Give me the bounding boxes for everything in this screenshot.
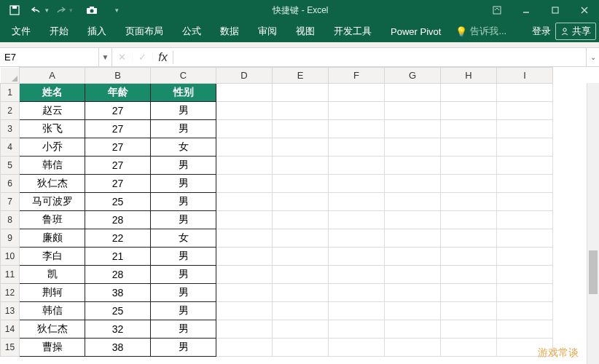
row-header[interactable]: 9 xyxy=(1,229,20,248)
cell[interactable] xyxy=(441,302,497,320)
cell[interactable]: 男 xyxy=(151,120,216,138)
cell[interactable]: 27 xyxy=(85,138,151,157)
row-header[interactable]: 14 xyxy=(1,320,20,339)
cell[interactable] xyxy=(216,229,273,248)
tab-insert[interactable]: 插入 xyxy=(79,21,115,41)
formula-enter-icon[interactable]: ✓ xyxy=(133,52,153,63)
tab-home[interactable]: 开始 xyxy=(41,21,77,41)
cell[interactable]: 狄仁杰 xyxy=(20,320,85,339)
column-header[interactable]: I xyxy=(497,68,553,84)
cell[interactable] xyxy=(329,211,385,229)
cell[interactable] xyxy=(497,193,553,211)
cell[interactable] xyxy=(329,157,385,175)
cell[interactable] xyxy=(385,320,441,339)
cell[interactable]: 27 xyxy=(85,120,151,138)
cell[interactable] xyxy=(497,157,553,175)
undo-dropdown-icon[interactable]: ▾ xyxy=(45,7,49,14)
column-header[interactable]: G xyxy=(385,68,441,84)
formula-bar-input[interactable] xyxy=(173,48,586,66)
cell[interactable] xyxy=(441,84,497,102)
cell[interactable] xyxy=(216,248,273,266)
cell[interactable]: 性别 xyxy=(151,84,216,102)
ribbon-options-icon[interactable] xyxy=(482,0,512,20)
vertical-scrollbar[interactable] xyxy=(587,83,599,364)
cell[interactable] xyxy=(385,339,441,357)
cell[interactable] xyxy=(273,266,329,284)
cell[interactable] xyxy=(497,248,553,266)
cell[interactable] xyxy=(216,211,273,229)
cell[interactable] xyxy=(497,211,553,229)
tab-file[interactable]: 文件 xyxy=(3,21,39,41)
cell[interactable] xyxy=(441,339,497,357)
column-header[interactable]: A xyxy=(20,68,85,84)
cell[interactable] xyxy=(273,120,329,138)
cell[interactable] xyxy=(385,157,441,175)
cell[interactable] xyxy=(216,120,273,138)
row-header[interactable]: 4 xyxy=(1,138,20,157)
cell[interactable] xyxy=(216,138,273,157)
column-header[interactable]: E xyxy=(273,68,329,84)
row-header[interactable]: 15 xyxy=(1,339,20,357)
cell[interactable]: 男 xyxy=(151,302,216,320)
cell[interactable] xyxy=(497,302,553,320)
close-icon[interactable] xyxy=(570,0,599,20)
cell[interactable]: 28 xyxy=(85,211,151,229)
row-header[interactable]: 5 xyxy=(1,157,20,175)
cell[interactable]: 男 xyxy=(151,248,216,266)
cell[interactable] xyxy=(385,84,441,102)
cell[interactable]: 32 xyxy=(85,320,151,339)
formula-cancel-icon[interactable]: ✕ xyxy=(112,52,133,63)
cell[interactable] xyxy=(385,175,441,193)
cell[interactable] xyxy=(385,302,441,320)
row-header[interactable]: 10 xyxy=(1,248,20,266)
cell[interactable] xyxy=(385,102,441,120)
cell[interactable] xyxy=(216,284,273,302)
column-header[interactable]: D xyxy=(216,68,273,84)
row-header[interactable]: 1 xyxy=(1,84,20,102)
maximize-icon[interactable] xyxy=(541,0,570,20)
cell[interactable] xyxy=(497,102,553,120)
name-box[interactable]: E7 xyxy=(0,48,99,66)
cell[interactable] xyxy=(497,320,553,339)
camera-icon[interactable] xyxy=(82,1,102,19)
cell[interactable]: 马可波罗 xyxy=(20,193,85,211)
cell[interactable] xyxy=(273,175,329,193)
cell[interactable] xyxy=(497,229,553,248)
cell[interactable] xyxy=(273,302,329,320)
cell[interactable]: 27 xyxy=(85,157,151,175)
cell[interactable] xyxy=(441,248,497,266)
cell[interactable]: 28 xyxy=(85,266,151,284)
cell[interactable] xyxy=(216,84,273,102)
row-header[interactable]: 11 xyxy=(1,266,20,284)
cell[interactable]: 年龄 xyxy=(85,84,151,102)
cell[interactable]: 荆轲 xyxy=(20,284,85,302)
cell[interactable] xyxy=(441,266,497,284)
cell[interactable] xyxy=(441,229,497,248)
cell[interactable]: 姓名 xyxy=(20,84,85,102)
cell[interactable]: 男 xyxy=(151,266,216,284)
row-header[interactable]: 7 xyxy=(1,193,20,211)
cell[interactable]: 女 xyxy=(151,138,216,157)
cell[interactable] xyxy=(329,84,385,102)
tab-view[interactable]: 视图 xyxy=(287,21,324,41)
cell[interactable]: 韩信 xyxy=(20,157,85,175)
cell[interactable]: 廉颇 xyxy=(20,229,85,248)
tab-developer[interactable]: 开发工具 xyxy=(325,21,380,41)
cell[interactable]: 25 xyxy=(85,193,151,211)
cell[interactable] xyxy=(273,248,329,266)
cell[interactable]: 38 xyxy=(85,284,151,302)
minimize-icon[interactable] xyxy=(512,0,541,20)
column-header[interactable]: F xyxy=(329,68,385,84)
column-header[interactable]: H xyxy=(441,68,497,84)
cell[interactable]: 李白 xyxy=(20,248,85,266)
cell[interactable] xyxy=(441,284,497,302)
cell[interactable]: 27 xyxy=(85,175,151,193)
cell[interactable] xyxy=(273,320,329,339)
cell[interactable] xyxy=(273,157,329,175)
cell[interactable] xyxy=(497,266,553,284)
select-all-cell[interactable] xyxy=(1,68,20,84)
formula-bar-expand-icon[interactable]: ⌄ xyxy=(586,48,599,66)
cell[interactable]: 曹操 xyxy=(20,339,85,357)
cell[interactable] xyxy=(216,339,273,357)
cell[interactable] xyxy=(385,193,441,211)
